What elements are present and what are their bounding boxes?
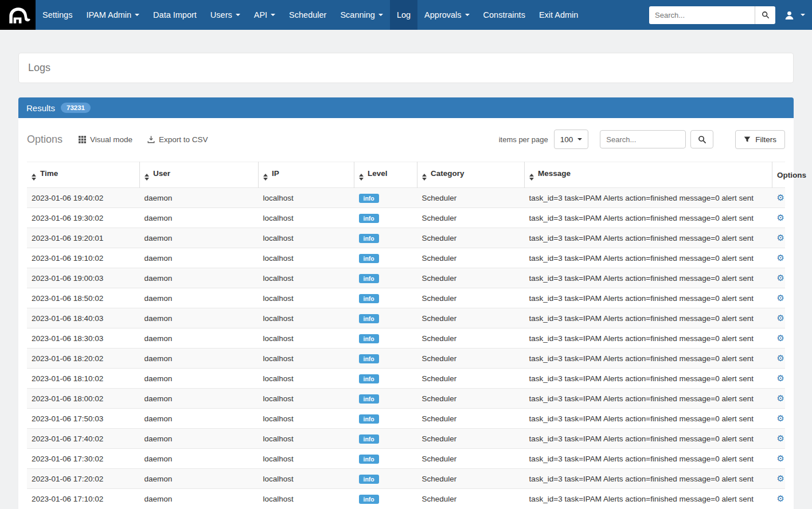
user-icon [784,10,794,20]
nav-item-api[interactable]: API [247,0,282,30]
sort-icon [145,174,149,181]
gear-icon[interactable]: ⚙ [777,213,784,222]
column-label: Level [368,169,388,178]
cell-message: task_id=3 task=IPAM Alerts action=finish… [525,349,772,369]
cell-options: ⚙ [772,429,786,449]
elephant-logo-icon [5,4,30,26]
cell-level: info [354,489,417,509]
gear-icon[interactable]: ⚙ [777,453,784,463]
table-row: 2023-01-06 18:10:02daemonlocalhostinfoSc… [27,369,785,389]
cell-message: task_id=3 task=IPAM Alerts action=finish… [525,308,772,328]
gear-icon[interactable]: ⚙ [777,373,784,383]
cell-user: daemon [140,469,259,489]
cell-time: 2023-01-06 19:30:02 [27,208,140,228]
cell-time: 2023-01-06 18:50:02 [27,288,140,308]
nav-item-scanning[interactable]: Scanning [333,0,389,30]
column-label: Category [431,169,464,178]
cell-message: task_id=3 task=IPAM Alerts action=finish… [525,268,772,288]
nav-item-data-import[interactable]: Data Import [146,0,204,30]
search-icon [762,11,770,19]
nav-item-ipam-admin[interactable]: IPAM Admin [79,0,146,30]
nav-item-scheduler[interactable]: Scheduler [282,0,333,30]
cell-ip: localhost [259,389,354,409]
chevron-down-icon [465,14,470,16]
gear-icon[interactable]: ⚙ [777,353,784,363]
nav-item-log[interactable]: Log [390,0,417,30]
items-per-page-value: 100 [560,135,573,144]
nav-item-constraints[interactable]: Constraints [477,0,532,30]
table-row: 2023-01-06 18:40:03daemonlocalhostinfoSc… [27,308,785,328]
table-row: 2023-01-06 18:20:02daemonlocalhostinfoSc… [27,349,785,369]
level-badge: info [359,455,379,464]
nav-item-label: Constraints [483,10,525,19]
gear-icon[interactable]: ⚙ [777,233,784,242]
filters-button[interactable]: Filters [735,130,785,149]
gear-icon[interactable]: ⚙ [777,293,784,303]
nav-item-exit-admin[interactable]: Exit Admin [532,0,585,30]
navbar-search-button[interactable] [755,6,775,24]
cell-user: daemon [140,188,259,208]
cell-user: daemon [140,389,259,409]
table-search-input[interactable] [600,130,686,148]
table-row: 2023-01-06 19:10:02daemonlocalhostinfoSc… [27,248,785,268]
cell-message: task_id=3 task=IPAM Alerts action=finish… [525,188,772,208]
chevron-down-icon [378,14,383,16]
navbar-right [649,0,812,30]
cell-options: ⚙ [772,248,786,268]
cell-ip: localhost [259,449,354,469]
cell-category: Scheduler [417,449,525,469]
cell-ip: localhost [259,469,354,489]
gear-icon[interactable]: ⚙ [777,494,784,503]
table-row: 2023-01-06 17:20:02daemonlocalhostinfoSc… [27,469,785,489]
cell-category: Scheduler [417,429,525,449]
level-badge: info [359,475,379,484]
options-title: Options [27,134,63,146]
level-badge: info [359,234,379,243]
cell-message: task_id=3 task=IPAM Alerts action=finish… [525,208,772,228]
nav-item-label: Data Import [153,10,197,19]
cell-options: ⚙ [772,409,786,429]
nav-item-settings[interactable]: Settings [36,0,79,30]
nav-item-approvals[interactable]: Approvals [417,0,476,30]
navbar-search-input[interactable] [649,6,755,24]
nav-item-label: Settings [42,10,72,19]
cell-options: ⚙ [772,208,786,228]
app-logo[interactable] [0,0,36,30]
column-header-user[interactable]: User [140,162,259,188]
gear-icon[interactable]: ⚙ [777,273,784,283]
gear-icon[interactable]: ⚙ [777,413,784,423]
cell-time: 2023-01-06 19:40:02 [27,188,140,208]
cell-category: Scheduler [417,248,525,268]
column-label: Options [777,171,806,179]
gear-icon[interactable]: ⚙ [777,313,784,323]
cell-level: info [354,469,417,489]
gear-icon[interactable]: ⚙ [777,393,784,403]
level-badge: info [359,314,379,323]
cell-category: Scheduler [417,489,525,509]
gear-icon[interactable]: ⚙ [777,433,784,443]
gear-icon[interactable]: ⚙ [777,253,784,263]
column-header-message[interactable]: Message [525,162,772,188]
column-header-ip[interactable]: IP [259,162,354,188]
cell-category: Scheduler [417,389,525,409]
cell-level: info [354,268,417,288]
nav-item-users[interactable]: Users [204,0,247,30]
cell-ip: localhost [259,268,354,288]
table-search-button[interactable] [690,130,713,148]
user-menu[interactable] [784,10,805,20]
cell-options: ⚙ [772,288,786,308]
page-content: Logs Results 73231 Options Visual mode [0,53,812,509]
gear-icon[interactable]: ⚙ [777,473,784,483]
column-header-category[interactable]: Category [417,162,525,188]
export-csv-button[interactable]: Export to CSV [147,135,208,144]
cell-level: info [354,188,417,208]
cell-message: task_id=3 task=IPAM Alerts action=finish… [525,449,772,469]
gear-icon[interactable]: ⚙ [777,193,784,202]
results-count-badge: 73231 [61,103,91,113]
column-header-time[interactable]: Time [27,162,140,188]
visual-mode-button[interactable]: Visual mode [79,135,132,144]
column-header-level[interactable]: Level [354,162,417,188]
items-per-page-select[interactable]: 100 [554,130,589,149]
gear-icon[interactable]: ⚙ [777,333,784,343]
cell-level: info [354,308,417,328]
